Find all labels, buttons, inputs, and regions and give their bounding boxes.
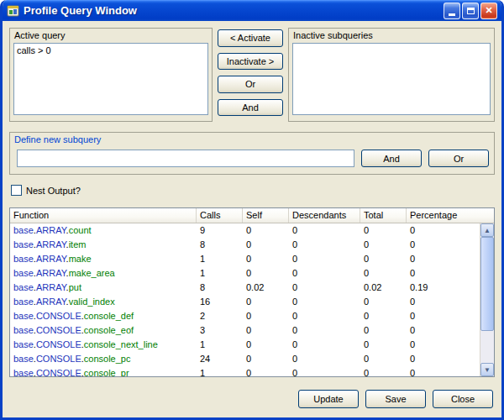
descendants-cell: 0: [289, 266, 360, 281]
self-cell: 0: [243, 266, 289, 281]
save-button[interactable]: Save: [365, 390, 426, 408]
descendants-cell: 0: [289, 223, 360, 238]
self-cell: 0: [243, 338, 289, 352]
column-header-self[interactable]: Self: [243, 208, 289, 223]
function-name-cell: base.CONSOLE.console_pr: [10, 366, 197, 376]
active-query-item[interactable]: calls > 0: [17, 45, 205, 56]
self-cell: 0: [243, 295, 289, 309]
table-row[interactable]: base.ARRAY.make_area10000: [10, 266, 480, 281]
calls-cell: 8: [197, 281, 243, 295]
inactive-subqueries-label: Inactive subqueries: [289, 29, 494, 43]
activate-button[interactable]: < Activate: [218, 29, 283, 47]
percentage-cell: 0: [407, 309, 480, 323]
calls-cell: 1: [197, 338, 243, 352]
total-cell: 0: [360, 238, 407, 252]
or-transfer-button[interactable]: Or: [218, 76, 283, 93]
scrollbar-thumb[interactable]: [480, 237, 494, 331]
inactive-subqueries-list[interactable]: [292, 43, 491, 115]
function-name-cell: base.ARRAY.item: [10, 238, 197, 252]
descendants-cell: 0: [289, 309, 360, 323]
and-transfer-button[interactable]: And: [218, 99, 283, 117]
percentage-cell: 0: [407, 323, 480, 338]
descendants-cell: 0: [289, 338, 360, 352]
self-cell: 0: [243, 238, 289, 252]
table-row[interactable]: base.ARRAY.put80.0200.020.19: [10, 281, 480, 295]
calls-cell: 2: [197, 309, 243, 323]
close-icon: ✕: [485, 5, 492, 16]
total-cell: 0: [360, 366, 407, 376]
define-subquery-group: Define new subquery And Or: [9, 132, 495, 175]
calls-cell: 3: [197, 323, 243, 338]
table-body: base.ARRAY.count90000base.ARRAY.item8000…: [10, 223, 480, 376]
table-row[interactable]: base.ARRAY.item80000: [10, 238, 480, 252]
table-row[interactable]: base.CONSOLE.console_pc240000: [10, 352, 480, 366]
footer-buttons: Update Save Close: [9, 390, 495, 408]
minimize-button[interactable]: [444, 3, 460, 19]
total-cell: 0: [360, 295, 407, 309]
inactive-subqueries-group: Inactive subqueries: [288, 28, 495, 122]
percentage-cell: 0: [407, 252, 480, 266]
active-query-list[interactable]: calls > 0: [13, 43, 208, 115]
column-header-function[interactable]: Function: [10, 208, 197, 223]
percentage-cell: 0: [407, 366, 480, 376]
descendants-cell: 0: [289, 281, 360, 295]
total-cell: 0: [360, 266, 407, 281]
calls-cell: 1: [197, 266, 243, 281]
percentage-cell: 0: [407, 266, 480, 281]
function-name-cell: base.CONSOLE.console_pc: [10, 352, 197, 366]
close-dialog-button[interactable]: Close: [433, 390, 493, 408]
descendants-cell: 0: [289, 295, 360, 309]
total-cell: 0: [360, 252, 407, 266]
descendants-cell: 0: [289, 366, 360, 376]
table-row[interactable]: base.CONSOLE.console_def20000: [10, 309, 480, 323]
nest-output-checkbox[interactable]: [11, 185, 22, 196]
or-button[interactable]: Or: [428, 150, 489, 167]
calls-cell: 24: [197, 352, 243, 366]
function-name-cell: base.CONSOLE.console_def: [10, 309, 197, 323]
descendants-cell: 0: [289, 352, 360, 366]
column-header-calls[interactable]: Calls: [197, 208, 243, 223]
vertical-scrollbar[interactable]: ▲ ▼: [480, 223, 494, 376]
inactivate-button[interactable]: Inactivate >: [218, 53, 283, 71]
calls-cell: 16: [197, 295, 243, 309]
function-name-cell: base.ARRAY.valid_index: [10, 295, 197, 309]
calls-cell: 1: [197, 252, 243, 266]
total-cell: 0: [360, 223, 407, 238]
query-section: Active query calls > 0 < Activate Inacti…: [9, 28, 495, 122]
subquery-input[interactable]: [17, 150, 354, 167]
column-header-percentage[interactable]: Percentage: [407, 208, 494, 223]
nest-output-label: Nest Output?: [26, 186, 81, 196]
self-cell: 0: [243, 323, 289, 338]
close-button[interactable]: ✕: [480, 3, 497, 19]
column-header-total[interactable]: Total: [360, 208, 407, 223]
total-cell: 0: [360, 309, 407, 323]
table-header: Function Calls Self Descendants Total Pe…: [10, 208, 494, 223]
table-row[interactable]: base.ARRAY.count90000: [10, 223, 480, 238]
percentage-cell: 0: [407, 223, 480, 238]
function-name-cell: base.CONSOLE.console_next_line: [10, 338, 197, 352]
function-name-cell: base.ARRAY.make: [10, 252, 197, 266]
self-cell: 0: [243, 366, 289, 376]
app-icon: [7, 4, 20, 18]
function-name-cell: base.ARRAY.count: [10, 223, 197, 238]
and-button[interactable]: And: [361, 150, 422, 167]
table-row[interactable]: base.CONSOLE.console_eof30000: [10, 323, 480, 338]
column-header-descendants[interactable]: Descendants: [289, 208, 360, 223]
scrollbar-down-button[interactable]: ▼: [480, 363, 494, 376]
dialog-body: Active query calls > 0 < Activate Inacti…: [3, 21, 501, 420]
scrollbar-up-button[interactable]: ▲: [480, 223, 494, 237]
percentage-cell: 0: [407, 338, 480, 352]
calls-cell: 8: [197, 238, 243, 252]
update-button[interactable]: Update: [298, 390, 359, 408]
table-row[interactable]: base.CONSOLE.console_pr10000: [10, 366, 480, 376]
self-cell: 0: [243, 309, 289, 323]
descendants-cell: 0: [289, 252, 360, 266]
function-name-cell: base.CONSOLE.console_eof: [10, 323, 197, 338]
titlebar[interactable]: Profile Query Window ✕: [3, 0, 501, 21]
maximize-button[interactable]: [462, 3, 479, 19]
profile-query-window: Profile Query Window ✕ Active query call…: [0, 0, 504, 420]
table-row[interactable]: base.ARRAY.valid_index160000: [10, 295, 480, 309]
arrow-up-icon: ▲: [484, 227, 491, 234]
table-row[interactable]: base.ARRAY.make10000: [10, 252, 480, 266]
table-row[interactable]: base.CONSOLE.console_next_line10000: [10, 338, 480, 352]
